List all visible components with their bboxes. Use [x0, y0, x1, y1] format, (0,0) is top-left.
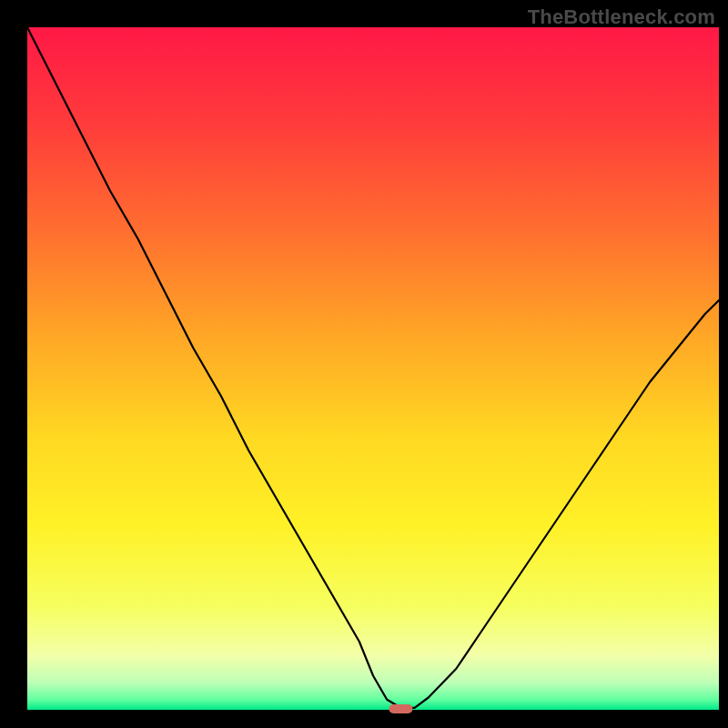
watermark-text: TheBottleneck.com: [528, 5, 715, 29]
minimum-marker: [389, 704, 412, 713]
chart-container: TheBottleneck.com: [0, 0, 728, 728]
bottleneck-chart: [0, 0, 728, 728]
plot-background: [27, 27, 719, 710]
